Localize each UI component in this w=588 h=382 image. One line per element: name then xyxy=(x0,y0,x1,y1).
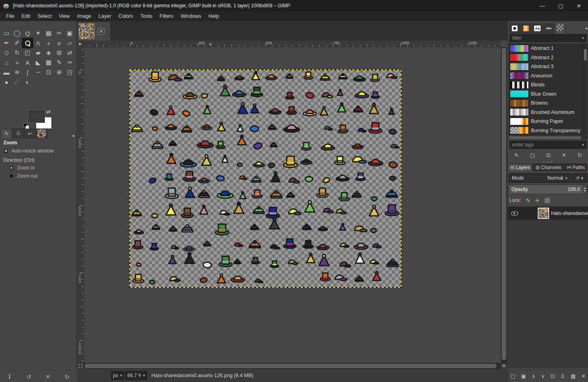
tool-paintbrush-icon[interactable]: ✑ xyxy=(64,58,75,67)
image-canvas[interactable] xyxy=(129,69,402,288)
menu-item-view[interactable]: View xyxy=(55,12,73,20)
toolbox-tab-arrow-icon[interactable]: ◂ xyxy=(72,133,76,138)
tool-cage-transform-icon[interactable]: ⌂ xyxy=(1,58,12,67)
tool-foreground-select-icon[interactable]: ▣ xyxy=(64,28,75,38)
gradient-list-vscrollbar[interactable] xyxy=(583,43,588,135)
spin-up-icon[interactable]: ▲ xyxy=(584,187,586,189)
maximize-button[interactable]: ▢ xyxy=(552,0,570,11)
layer-row[interactable]: Hats-sharedasse xyxy=(508,207,588,220)
menu-item-layer[interactable]: Layer xyxy=(95,12,115,20)
tool-mypaint-brush-icon[interactable]: ∽ xyxy=(33,67,43,77)
duplicate-gradient-icon[interactable]: ⊡ xyxy=(546,152,551,158)
palettes-tab[interactable] xyxy=(543,24,554,33)
menu-item-colors[interactable]: Colors xyxy=(115,12,137,20)
new-layer-group-icon[interactable]: ▣ xyxy=(521,373,526,379)
gradient-list-item[interactable]: Blinds xyxy=(509,80,583,90)
tool-scale-icon[interactable]: ◰ xyxy=(22,48,33,58)
tool-align-icon[interactable]: ≡ xyxy=(54,38,64,48)
ruler-corner-button[interactable]: ▶ xyxy=(77,41,84,47)
tool-handle-transform-icon[interactable]: ◈ xyxy=(43,48,54,58)
tool-text-icon[interactable]: A xyxy=(22,58,33,67)
gradient-list-item[interactable]: Abstract 3 xyxy=(509,62,583,71)
save-tool-preset-icon[interactable]: ↧ xyxy=(7,373,12,380)
quick-mask-toggle[interactable] xyxy=(77,363,84,369)
gradient-hscroll-thumb[interactable] xyxy=(509,136,581,139)
layer-visibility-eye-icon[interactable] xyxy=(511,211,518,216)
tool-3d-transform-icon[interactable]: ⊞ xyxy=(54,48,64,58)
delete-layer-icon[interactable]: ✕ xyxy=(581,373,586,379)
tool-move-icon[interactable]: + xyxy=(43,38,54,48)
refresh-gradients-icon[interactable]: ↻ xyxy=(577,152,582,158)
tool-smudge-icon[interactable]: ☄ xyxy=(12,77,22,87)
gradient-list-item[interactable]: Abstract 2 xyxy=(509,53,583,62)
tool-pencil-icon[interactable]: ✎ xyxy=(54,58,64,67)
vertical-scrollbar-thumb[interactable] xyxy=(502,48,506,360)
restore-tool-preset-icon[interactable]: ↺ xyxy=(26,373,31,380)
vertical-ruler[interactable]: 02505007501000 xyxy=(77,47,84,363)
tool-paths-icon[interactable]: ✒ xyxy=(1,38,12,48)
menu-item-file[interactable]: File xyxy=(2,12,18,20)
tool-shear-icon[interactable]: ▰ xyxy=(33,48,43,58)
dock-tab-arrow-icon[interactable]: ◂ xyxy=(585,26,587,31)
swap-colors-icon[interactable]: ⇄ xyxy=(46,109,51,115)
device-status-tab[interactable]: ⌸ xyxy=(13,129,24,138)
tool-crop-icon[interactable]: ▱ xyxy=(64,38,75,48)
menu-item-filters[interactable]: Filters xyxy=(156,12,177,20)
tool-rectangle-select-icon[interactable]: ▭ xyxy=(1,28,12,38)
gradient-list-item[interactable]: Brushed Aluminium xyxy=(509,108,583,117)
default-colors-icon[interactable] xyxy=(24,123,30,130)
image-tab[interactable]: ✕ xyxy=(78,22,110,41)
tool-gradient-icon[interactable]: ▩ xyxy=(43,58,54,67)
tool-heal-icon[interactable]: ⊕ xyxy=(54,67,64,77)
horizontal-scrollbar-thumb[interactable] xyxy=(85,364,496,368)
filter-combo[interactable]: filter ▾ xyxy=(509,34,587,42)
tool-color-picker-icon[interactable]: ✐ xyxy=(12,38,22,48)
mode-switch-button[interactable]: ↺ ▾ xyxy=(571,173,588,183)
tool-ellipse-select-icon[interactable]: ◯ xyxy=(12,28,22,38)
tool-blur-sharpen-icon[interactable]: ● xyxy=(1,77,12,87)
lock-alpha-toggle[interactable] xyxy=(545,198,550,203)
raise-layer-icon[interactable]: ∧ xyxy=(532,373,536,379)
undo-history-tab[interactable]: ↩ xyxy=(24,129,36,138)
image-tab-close-icon[interactable]: ✕ xyxy=(98,28,105,35)
edit-gradient-icon[interactable]: ✎ xyxy=(514,152,519,158)
opacity-slider[interactable]: Opacity 100.0 ▲ ▼ xyxy=(509,185,588,194)
foreground-color-swatch[interactable] xyxy=(28,110,45,122)
menu-item-image[interactable]: Image xyxy=(73,12,95,20)
tool-bucket-fill-icon[interactable]: ◣ xyxy=(33,58,43,67)
image-thumb-tab[interactable] xyxy=(36,129,47,138)
zoom-input[interactable] xyxy=(127,373,141,378)
merge-layer-icon[interactable]: ▦ xyxy=(571,373,575,379)
tool-airbrush-icon[interactable]: ≋ xyxy=(12,67,22,77)
tool-perspective-clone-icon[interactable]: ◳ xyxy=(64,67,75,77)
spin-down-icon[interactable]: ▼ xyxy=(584,189,586,192)
gradient-list-item[interactable]: Aneurism xyxy=(509,71,583,81)
opacity-spinner[interactable]: ▲ ▼ xyxy=(583,185,587,194)
tool-clone-icon[interactable]: ⊡ xyxy=(43,67,54,77)
new-layer-icon[interactable]: ▢ xyxy=(511,373,515,379)
minimize-button[interactable]: — xyxy=(533,0,552,11)
lock-pixels-toggle[interactable]: ✎ xyxy=(526,197,530,204)
radio-zoom-out[interactable] xyxy=(9,174,14,178)
menu-item-windows[interactable]: Windows xyxy=(177,12,205,20)
canvas-viewport[interactable] xyxy=(84,47,501,363)
auto-resize-checkbox[interactable]: ✕ xyxy=(3,148,9,154)
tab-paths[interactable]: ⋈Paths xyxy=(564,163,588,171)
navigation-button[interactable]: ✛ xyxy=(501,363,507,369)
layer-mode-select[interactable]: Mode Normal ▾ xyxy=(509,173,571,183)
patterns-tab[interactable] xyxy=(555,22,565,33)
menu-item-help[interactable]: Help xyxy=(205,12,222,20)
delete-tool-preset-icon[interactable]: ✕ xyxy=(45,373,50,380)
tool-ink-icon[interactable]: ʃ xyxy=(22,67,33,77)
tool-fuzzy-select-icon[interactable]: ✶ xyxy=(33,28,43,38)
fonts-tab[interactable]: Aa xyxy=(532,24,543,33)
gradient-list-item[interactable]: Abstract 1 xyxy=(509,44,583,53)
gradient-list-item[interactable]: Burning Paper xyxy=(509,117,583,126)
tool-free-select-icon[interactable]: Ϙ xyxy=(22,28,33,38)
delete-gradient-icon[interactable]: ✕ xyxy=(562,152,566,158)
gradient-list-item[interactable]: Blue Green xyxy=(509,90,583,99)
gradient-list-item[interactable]: Browns xyxy=(509,99,583,108)
gradients-tab[interactable] xyxy=(521,24,531,33)
vertical-scrollbar[interactable] xyxy=(501,47,507,363)
gradient-list-hscrollbar[interactable] xyxy=(509,136,588,139)
